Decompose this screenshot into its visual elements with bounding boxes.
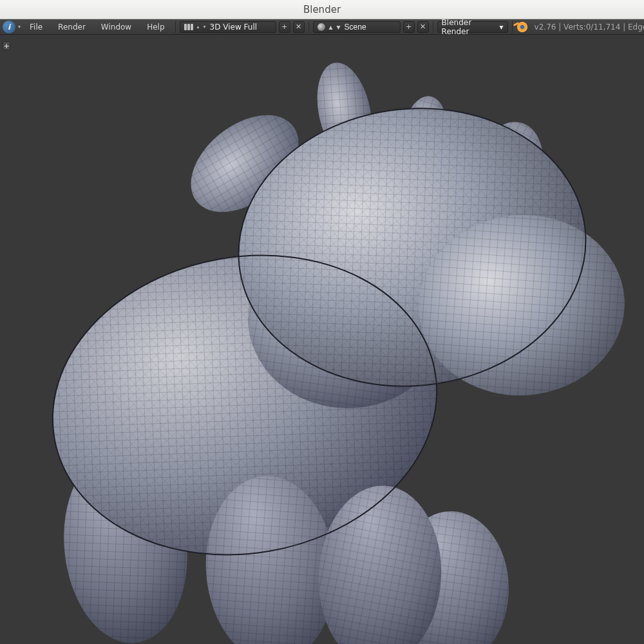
version-text: v2.76	[535, 23, 556, 32]
window-title: Blender	[303, 4, 341, 15]
chevron-down-icon: ▾	[337, 23, 341, 32]
screen-layout-delete-button[interactable]: ✕	[293, 21, 305, 33]
screen-layout-selector[interactable]: ▴ ▾ 3D View Full	[180, 21, 276, 33]
screen-layout-value: 3D View Full	[210, 23, 258, 32]
separator	[308, 21, 309, 33]
3d-viewport[interactable]: +	[0, 35, 644, 644]
menu-help-label: Help	[147, 23, 164, 32]
menu-render[interactable]: Render	[52, 19, 92, 35]
close-icon: ✕	[420, 23, 426, 31]
stats-sep: |	[558, 23, 564, 32]
window-titlebar: Blender	[0, 0, 644, 19]
viewport-model	[0, 35, 644, 644]
close-icon: ✕	[296, 23, 301, 31]
scene-name-input[interactable]	[345, 23, 396, 32]
menu-file[interactable]: File	[23, 19, 49, 35]
info-glyph: i	[8, 23, 10, 32]
chevron-up-icon: ▴	[197, 24, 200, 30]
scene-selector[interactable]: ▴ ▾	[313, 21, 401, 33]
mesh-stats-text: Verts:0/11,714 | Edges:0/23,424	[564, 23, 644, 32]
layout-icon	[184, 24, 193, 30]
info-header: i ▾ File Render Window Help ▴ ▾ 3D View …	[0, 19, 644, 35]
editor-type-icon[interactable]: i	[3, 21, 15, 33]
separator	[433, 21, 433, 33]
chevron-down-icon[interactable]: ▾	[18, 24, 21, 30]
chevron-up-icon: ▴	[329, 23, 333, 32]
menu-window[interactable]: Window	[95, 19, 138, 35]
blender-logo-icon	[516, 21, 528, 33]
separator	[512, 21, 513, 33]
chevron-down-icon: ▾	[500, 23, 504, 32]
separator	[175, 21, 176, 33]
render-engine-value: Blender Render	[442, 18, 500, 36]
scene-delete-button[interactable]: ✕	[417, 21, 429, 33]
plus-icon: +	[281, 23, 287, 31]
render-engine-selector[interactable]: Blender Render ▾	[437, 21, 508, 33]
scene-add-button[interactable]: +	[403, 21, 415, 33]
menu-help[interactable]: Help	[140, 19, 171, 35]
screen-layout-add-button[interactable]: +	[279, 21, 290, 33]
menu-file-label: File	[30, 23, 43, 32]
chevron-down-icon: ▾	[204, 24, 206, 30]
menu-render-label: Render	[58, 23, 86, 32]
plus-icon: +	[406, 23, 412, 31]
scene-icon	[317, 23, 325, 31]
header-stats: v2.76 | Verts:0/11,714 | Edges:0/23,424	[531, 23, 644, 32]
menu-window-label: Window	[101, 23, 131, 32]
